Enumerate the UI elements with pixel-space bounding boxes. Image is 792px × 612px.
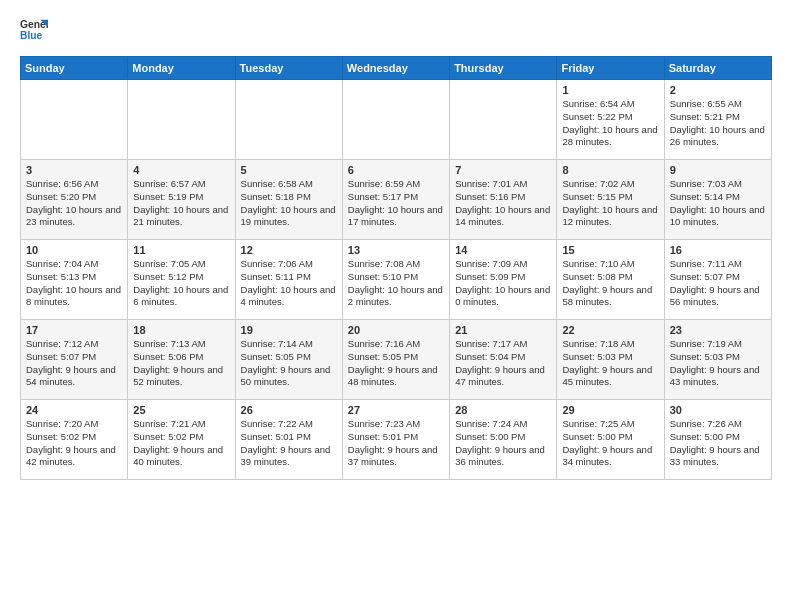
day-info: Sunrise: 7:05 AM Sunset: 5:12 PM Dayligh… xyxy=(133,258,229,309)
calendar-cell: 19Sunrise: 7:14 AM Sunset: 5:05 PM Dayli… xyxy=(235,320,342,400)
calendar-cell: 13Sunrise: 7:08 AM Sunset: 5:10 PM Dayli… xyxy=(342,240,449,320)
weekday-header: Thursday xyxy=(450,57,557,80)
calendar-cell: 30Sunrise: 7:26 AM Sunset: 5:00 PM Dayli… xyxy=(664,400,771,480)
calendar-row: 3Sunrise: 6:56 AM Sunset: 5:20 PM Daylig… xyxy=(21,160,772,240)
weekday-header: Saturday xyxy=(664,57,771,80)
calendar-cell: 29Sunrise: 7:25 AM Sunset: 5:00 PM Dayli… xyxy=(557,400,664,480)
calendar-cell: 15Sunrise: 7:10 AM Sunset: 5:08 PM Dayli… xyxy=(557,240,664,320)
calendar-cell: 5Sunrise: 6:58 AM Sunset: 5:18 PM Daylig… xyxy=(235,160,342,240)
day-number: 21 xyxy=(455,324,551,336)
day-info: Sunrise: 7:06 AM Sunset: 5:11 PM Dayligh… xyxy=(241,258,337,309)
calendar-row: 17Sunrise: 7:12 AM Sunset: 5:07 PM Dayli… xyxy=(21,320,772,400)
weekday-header: Monday xyxy=(128,57,235,80)
day-number: 3 xyxy=(26,164,122,176)
day-info: Sunrise: 7:10 AM Sunset: 5:08 PM Dayligh… xyxy=(562,258,658,309)
calendar-cell xyxy=(342,80,449,160)
day-info: Sunrise: 7:16 AM Sunset: 5:05 PM Dayligh… xyxy=(348,338,444,389)
calendar-row: 10Sunrise: 7:04 AM Sunset: 5:13 PM Dayli… xyxy=(21,240,772,320)
calendar-cell xyxy=(450,80,557,160)
calendar-cell: 27Sunrise: 7:23 AM Sunset: 5:01 PM Dayli… xyxy=(342,400,449,480)
day-info: Sunrise: 7:22 AM Sunset: 5:01 PM Dayligh… xyxy=(241,418,337,469)
calendar-cell: 28Sunrise: 7:24 AM Sunset: 5:00 PM Dayli… xyxy=(450,400,557,480)
day-number: 24 xyxy=(26,404,122,416)
calendar-row: 1Sunrise: 6:54 AM Sunset: 5:22 PM Daylig… xyxy=(21,80,772,160)
weekday-header: Wednesday xyxy=(342,57,449,80)
day-number: 5 xyxy=(241,164,337,176)
day-number: 13 xyxy=(348,244,444,256)
day-info: Sunrise: 6:59 AM Sunset: 5:17 PM Dayligh… xyxy=(348,178,444,229)
day-info: Sunrise: 6:58 AM Sunset: 5:18 PM Dayligh… xyxy=(241,178,337,229)
weekday-header: Tuesday xyxy=(235,57,342,80)
day-number: 12 xyxy=(241,244,337,256)
day-info: Sunrise: 7:21 AM Sunset: 5:02 PM Dayligh… xyxy=(133,418,229,469)
day-info: Sunrise: 7:17 AM Sunset: 5:04 PM Dayligh… xyxy=(455,338,551,389)
svg-text:Blue: Blue xyxy=(20,30,43,41)
weekday-header: Sunday xyxy=(21,57,128,80)
day-number: 15 xyxy=(562,244,658,256)
header: General Blue xyxy=(20,16,772,44)
day-number: 6 xyxy=(348,164,444,176)
day-number: 18 xyxy=(133,324,229,336)
calendar-cell: 4Sunrise: 6:57 AM Sunset: 5:19 PM Daylig… xyxy=(128,160,235,240)
calendar-cell: 22Sunrise: 7:18 AM Sunset: 5:03 PM Dayli… xyxy=(557,320,664,400)
calendar-body: 1Sunrise: 6:54 AM Sunset: 5:22 PM Daylig… xyxy=(21,80,772,480)
day-info: Sunrise: 6:57 AM Sunset: 5:19 PM Dayligh… xyxy=(133,178,229,229)
day-info: Sunrise: 7:11 AM Sunset: 5:07 PM Dayligh… xyxy=(670,258,766,309)
day-number: 29 xyxy=(562,404,658,416)
day-number: 23 xyxy=(670,324,766,336)
calendar-cell: 8Sunrise: 7:02 AM Sunset: 5:15 PM Daylig… xyxy=(557,160,664,240)
day-info: Sunrise: 7:14 AM Sunset: 5:05 PM Dayligh… xyxy=(241,338,337,389)
day-number: 14 xyxy=(455,244,551,256)
day-info: Sunrise: 7:24 AM Sunset: 5:00 PM Dayligh… xyxy=(455,418,551,469)
calendar-cell: 17Sunrise: 7:12 AM Sunset: 5:07 PM Dayli… xyxy=(21,320,128,400)
day-info: Sunrise: 7:12 AM Sunset: 5:07 PM Dayligh… xyxy=(26,338,122,389)
day-info: Sunrise: 7:01 AM Sunset: 5:16 PM Dayligh… xyxy=(455,178,551,229)
day-number: 25 xyxy=(133,404,229,416)
calendar-cell: 21Sunrise: 7:17 AM Sunset: 5:04 PM Dayli… xyxy=(450,320,557,400)
day-info: Sunrise: 7:18 AM Sunset: 5:03 PM Dayligh… xyxy=(562,338,658,389)
calendar-header: SundayMondayTuesdayWednesdayThursdayFrid… xyxy=(21,57,772,80)
calendar-cell: 6Sunrise: 6:59 AM Sunset: 5:17 PM Daylig… xyxy=(342,160,449,240)
calendar-cell xyxy=(235,80,342,160)
day-number: 30 xyxy=(670,404,766,416)
calendar-cell: 20Sunrise: 7:16 AM Sunset: 5:05 PM Dayli… xyxy=(342,320,449,400)
calendar-cell: 1Sunrise: 6:54 AM Sunset: 5:22 PM Daylig… xyxy=(557,80,664,160)
day-info: Sunrise: 7:23 AM Sunset: 5:01 PM Dayligh… xyxy=(348,418,444,469)
day-number: 10 xyxy=(26,244,122,256)
day-info: Sunrise: 7:20 AM Sunset: 5:02 PM Dayligh… xyxy=(26,418,122,469)
calendar-cell xyxy=(21,80,128,160)
day-number: 16 xyxy=(670,244,766,256)
day-number: 19 xyxy=(241,324,337,336)
calendar-cell: 3Sunrise: 6:56 AM Sunset: 5:20 PM Daylig… xyxy=(21,160,128,240)
calendar-cell: 7Sunrise: 7:01 AM Sunset: 5:16 PM Daylig… xyxy=(450,160,557,240)
calendar-cell: 11Sunrise: 7:05 AM Sunset: 5:12 PM Dayli… xyxy=(128,240,235,320)
day-info: Sunrise: 6:56 AM Sunset: 5:20 PM Dayligh… xyxy=(26,178,122,229)
day-number: 7 xyxy=(455,164,551,176)
calendar-cell: 2Sunrise: 6:55 AM Sunset: 5:21 PM Daylig… xyxy=(664,80,771,160)
day-number: 20 xyxy=(348,324,444,336)
calendar-cell: 25Sunrise: 7:21 AM Sunset: 5:02 PM Dayli… xyxy=(128,400,235,480)
day-info: Sunrise: 7:26 AM Sunset: 5:00 PM Dayligh… xyxy=(670,418,766,469)
day-number: 27 xyxy=(348,404,444,416)
calendar: SundayMondayTuesdayWednesdayThursdayFrid… xyxy=(20,56,772,480)
day-info: Sunrise: 7:09 AM Sunset: 5:09 PM Dayligh… xyxy=(455,258,551,309)
calendar-row: 24Sunrise: 7:20 AM Sunset: 5:02 PM Dayli… xyxy=(21,400,772,480)
day-number: 28 xyxy=(455,404,551,416)
day-number: 26 xyxy=(241,404,337,416)
calendar-cell: 24Sunrise: 7:20 AM Sunset: 5:02 PM Dayli… xyxy=(21,400,128,480)
logo: General Blue xyxy=(20,16,52,44)
day-number: 8 xyxy=(562,164,658,176)
day-number: 1 xyxy=(562,84,658,96)
calendar-cell: 16Sunrise: 7:11 AM Sunset: 5:07 PM Dayli… xyxy=(664,240,771,320)
weekday-header: Friday xyxy=(557,57,664,80)
day-info: Sunrise: 7:03 AM Sunset: 5:14 PM Dayligh… xyxy=(670,178,766,229)
day-info: Sunrise: 7:25 AM Sunset: 5:00 PM Dayligh… xyxy=(562,418,658,469)
calendar-cell: 12Sunrise: 7:06 AM Sunset: 5:11 PM Dayli… xyxy=(235,240,342,320)
day-info: Sunrise: 7:19 AM Sunset: 5:03 PM Dayligh… xyxy=(670,338,766,389)
day-number: 9 xyxy=(670,164,766,176)
day-number: 17 xyxy=(26,324,122,336)
day-info: Sunrise: 6:54 AM Sunset: 5:22 PM Dayligh… xyxy=(562,98,658,149)
day-number: 4 xyxy=(133,164,229,176)
calendar-cell: 18Sunrise: 7:13 AM Sunset: 5:06 PM Dayli… xyxy=(128,320,235,400)
calendar-cell: 23Sunrise: 7:19 AM Sunset: 5:03 PM Dayli… xyxy=(664,320,771,400)
